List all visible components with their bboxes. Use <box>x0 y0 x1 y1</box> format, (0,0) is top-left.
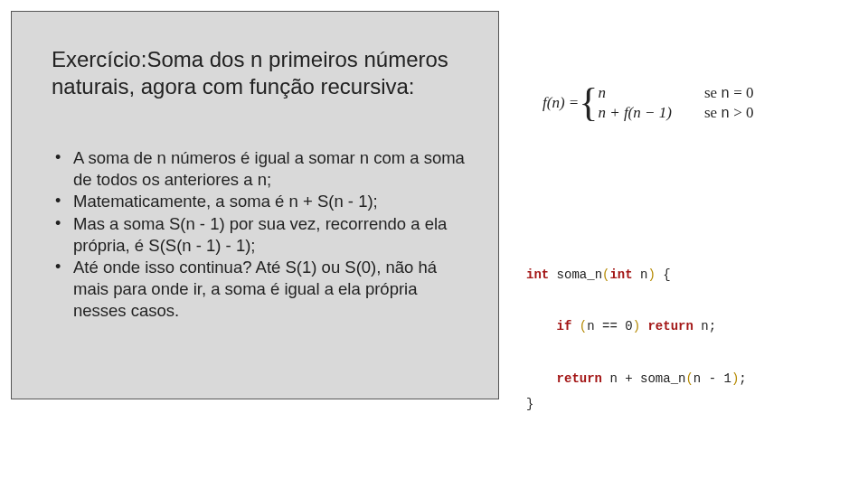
case1-cond-var: n <box>721 86 730 102</box>
cond-expr: n == 0 <box>587 319 632 333</box>
case1-expr: n <box>598 84 606 101</box>
list-item: A soma de n números é igual a somar n co… <box>52 147 473 190</box>
bullet-list: A soma de n números é igual a somar n co… <box>52 147 473 321</box>
list-item: Matematicamente, a soma é n + S(n - 1); <box>52 191 473 212</box>
ret-expr: n + soma_n <box>602 371 685 386</box>
brace-close: } <box>526 397 533 411</box>
paren-open-icon: ( <box>685 371 693 386</box>
case1-cond-word: se <box>704 84 721 101</box>
code-snippet: int soma_n(int n) { if (n == 0) return n… <box>526 262 861 418</box>
arg-expr: n - 1 <box>693 371 731 386</box>
semicolon: ; <box>739 371 746 386</box>
case2-cond-var: n <box>721 106 730 122</box>
param-n: n <box>633 267 648 282</box>
slide-panel: Exercício:Soma dos n primeiros números n… <box>11 11 499 399</box>
case2-cond-rest: > 0 <box>730 104 754 121</box>
page-title: Exercício:Soma dos n primeiros números n… <box>52 46 473 100</box>
formula-lhs: f(n) = <box>542 94 579 111</box>
math-formula: f(n) = { n se n = 0 n + f(n − 1) se n > … <box>542 83 841 123</box>
brace-open: { <box>656 267 671 282</box>
paren-close-icon: ) <box>633 319 640 333</box>
paren-close-icon: ) <box>647 267 655 282</box>
case2-cond-word: se <box>704 104 721 121</box>
list-item: Mas a soma S(n - 1) por sua vez, recorre… <box>52 213 473 256</box>
brace-icon: { <box>579 83 598 123</box>
paren-open-icon: ( <box>580 319 587 333</box>
kw-return: return <box>647 319 693 333</box>
case2-expr: n + f(n − 1) <box>598 104 672 121</box>
case1-cond-rest: = 0 <box>730 84 754 101</box>
fn-name: soma_n <box>549 267 602 282</box>
kw-if: if <box>557 319 572 333</box>
kw-int: int <box>609 267 632 282</box>
kw-int: int <box>526 267 549 282</box>
kw-return: return <box>557 371 602 386</box>
list-item: Até onde isso continua? Até S(1) ou S(0)… <box>52 257 473 321</box>
ret-val: n; <box>693 319 716 333</box>
title-prefix: Exercício: <box>52 47 146 71</box>
